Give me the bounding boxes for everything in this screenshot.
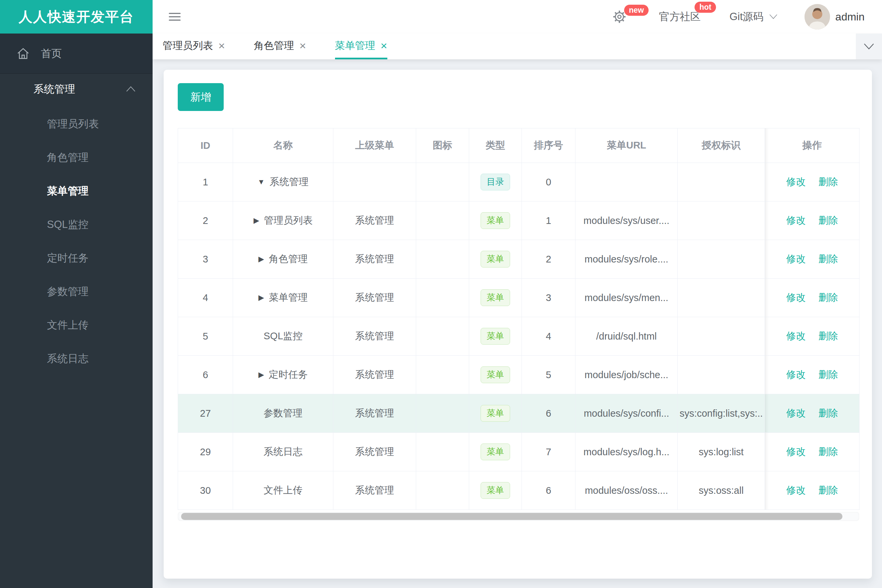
sidebar-item-文件上传[interactable]: 文件上传 — [0, 308, 153, 342]
horizontal-scrollbar[interactable] — [178, 512, 859, 521]
type-badge: 菜单 — [481, 405, 510, 422]
cell-actions: 修改删除 — [765, 356, 859, 394]
cell-type: 菜单 — [469, 394, 522, 433]
expand-arrow-icon[interactable]: ▶ — [254, 216, 259, 225]
edit-link[interactable]: 修改 — [786, 446, 806, 457]
sidebar-item-SQL监控[interactable]: SQL监控 — [0, 208, 153, 242]
hot-badge: hot — [694, 2, 716, 13]
cell-actions: 修改删除 — [765, 201, 859, 240]
cell-url: modules/sys/user.... — [575, 201, 678, 240]
edit-link[interactable]: 修改 — [786, 330, 806, 341]
cell-id: 5 — [178, 317, 233, 356]
column-header-图标: 图标 — [416, 128, 469, 163]
menu-name-label: 菜单管理 — [269, 292, 308, 303]
tab-close-icon[interactable]: × — [299, 40, 306, 51]
avatar[interactable] — [805, 4, 830, 30]
delete-link[interactable]: 删除 — [819, 254, 838, 264]
cell-parent-menu: 系统管理 — [334, 394, 416, 433]
cell-id: 2 — [178, 201, 233, 240]
delete-link[interactable]: 删除 — [819, 292, 838, 303]
cell-order: 3 — [522, 279, 575, 317]
table-row: 6▶定时任务系统管理菜单5modules/job/sche...修改删除 — [178, 356, 859, 394]
column-header-菜单URL: 菜单URL — [575, 128, 678, 163]
menu-toggle-icon[interactable] — [169, 10, 181, 23]
cell-actions: 修改删除 — [765, 317, 859, 356]
type-badge: 菜单 — [481, 251, 510, 267]
sidebar-item-角色管理[interactable]: 角色管理 — [0, 141, 153, 174]
add-button[interactable]: 新增 — [178, 83, 224, 111]
menu-name-label: 管理员列表 — [264, 215, 313, 226]
menu-name-label: 文件上传 — [264, 485, 302, 495]
sidebar-item-菜单管理[interactable]: 菜单管理 — [0, 174, 153, 208]
expand-arrow-icon[interactable]: ▶ — [258, 255, 264, 264]
sidebar-item-定时任务[interactable]: 定时任务 — [0, 242, 153, 275]
expand-arrow-icon[interactable]: ▶ — [258, 370, 264, 379]
tab-菜单管理[interactable]: 菜单管理× — [335, 33, 387, 59]
column-header-授权标识: 授权标识 — [678, 128, 765, 163]
cell-parent-menu: 系统管理 — [334, 279, 416, 317]
cell-icon — [416, 356, 469, 394]
sidebar-submenu: 管理员列表角色管理菜单管理SQL监控定时任务参数管理文件上传系统日志 — [0, 105, 153, 375]
type-badge: 菜单 — [481, 482, 510, 499]
tabs-overflow-button[interactable] — [856, 33, 882, 59]
git-source-dropdown[interactable]: Git源码 — [729, 10, 778, 24]
scrollbar-thumb[interactable] — [181, 513, 843, 520]
delete-link[interactable]: 删除 — [819, 485, 838, 495]
cell-name: ▶定时任务 — [233, 356, 334, 394]
tab-角色管理[interactable]: 角色管理× — [254, 33, 306, 59]
avatar-photo — [805, 4, 830, 30]
delete-link[interactable]: 删除 — [819, 215, 838, 226]
delete-link[interactable]: 删除 — [819, 408, 838, 418]
column-header-名称: 名称 — [233, 128, 334, 163]
type-badge: 菜单 — [481, 444, 510, 460]
table-row: 4▶菜单管理系统管理菜单3modules/sys/men...修改删除 — [178, 279, 859, 317]
cell-parent-menu: 系统管理 — [334, 433, 416, 471]
delete-link[interactable]: 删除 — [819, 330, 838, 341]
cell-type: 目录 — [469, 163, 522, 201]
sidebar-item-home[interactable]: 首页 — [0, 33, 153, 74]
cell-id: 29 — [178, 433, 233, 471]
sidebar-item-参数管理[interactable]: 参数管理 — [0, 275, 153, 308]
edit-link[interactable]: 修改 — [786, 408, 806, 418]
cell-name: ▶角色管理 — [233, 240, 334, 279]
expand-arrow-icon[interactable]: ▶ — [258, 293, 264, 302]
sidebar-item-系统日志[interactable]: 系统日志 — [0, 342, 153, 375]
menu-name-label: 参数管理 — [264, 408, 302, 418]
chevron-down-icon — [769, 14, 778, 20]
delete-link[interactable]: 删除 — [819, 369, 838, 380]
cell-id: 3 — [178, 240, 233, 279]
new-badge: new — [624, 5, 649, 16]
edit-link[interactable]: 修改 — [786, 485, 806, 495]
cell-url: modules/sys/confi... — [575, 394, 678, 433]
community-link[interactable]: 官方社区 hot — [659, 10, 700, 24]
tabs-container: 管理员列表×角色管理×菜单管理× — [163, 33, 416, 59]
table-row: 29系统日志系统管理菜单7modules/sys/log.h...sys:log… — [178, 433, 859, 471]
cell-name: ▼系统管理 — [233, 163, 334, 201]
tab-管理员列表[interactable]: 管理员列表× — [163, 33, 225, 59]
table-header-row: ID名称上级菜单图标类型排序号菜单URL授权标识操作 — [178, 128, 859, 163]
cell-type: 菜单 — [469, 471, 522, 510]
cell-icon — [416, 317, 469, 356]
delete-link[interactable]: 删除 — [819, 446, 838, 457]
tab-close-icon[interactable]: × — [218, 40, 225, 51]
edit-link[interactable]: 修改 — [786, 369, 806, 380]
tab-close-icon[interactable]: × — [381, 40, 387, 51]
column-header-上级菜单: 上级菜单 — [334, 128, 416, 163]
delete-link[interactable]: 删除 — [819, 176, 838, 187]
edit-link[interactable]: 修改 — [786, 215, 806, 226]
cell-parent-menu: 系统管理 — [334, 317, 416, 356]
cell-order: 4 — [522, 317, 575, 356]
cell-icon — [416, 279, 469, 317]
cell-type: 菜单 — [469, 317, 522, 356]
sidebar-item-管理员列表[interactable]: 管理员列表 — [0, 107, 153, 141]
sidebar-group-system[interactable]: 系统管理 — [0, 74, 153, 105]
settings-button[interactable]: new — [612, 9, 627, 24]
edit-link[interactable]: 修改 — [786, 176, 806, 187]
menu-management-card: 新增 ID名称上级菜单图标类型排序号菜单URL授权标识操作 1▼系统管理目录0修… — [164, 70, 872, 579]
cell-id: 1 — [178, 163, 233, 201]
chevron-down-icon — [863, 43, 874, 50]
cell-perms — [678, 163, 765, 201]
collapse-arrow-icon[interactable]: ▼ — [258, 178, 265, 186]
edit-link[interactable]: 修改 — [786, 254, 806, 264]
edit-link[interactable]: 修改 — [786, 292, 806, 303]
